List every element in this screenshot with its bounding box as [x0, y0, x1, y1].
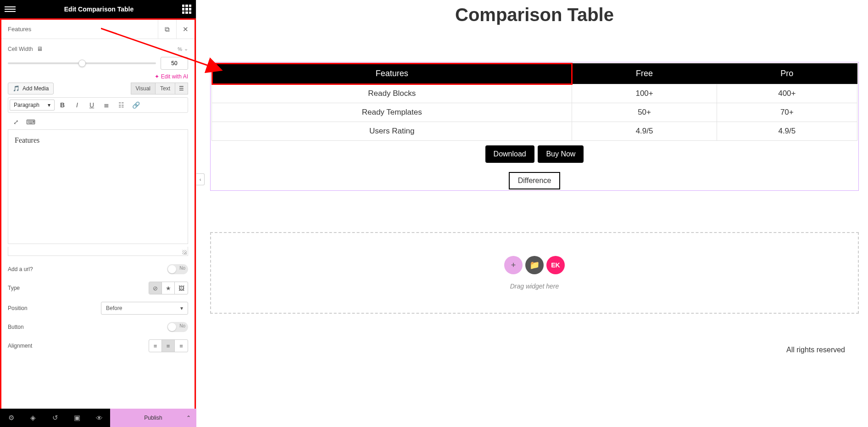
- settings-icon[interactable]: ⚙: [0, 409, 22, 427]
- toggle-knob: [168, 265, 176, 273]
- chevron-down-icon[interactable]: ⌄: [184, 46, 188, 52]
- elementskit-icon[interactable]: EK: [546, 256, 565, 274]
- duplicate-icon[interactable]: ⧉: [158, 20, 176, 39]
- format-toolbar-1: Paragraph ▾ B I U ≣ ☷ 🔗: [8, 97, 188, 113]
- alignment-label: Alignment: [8, 343, 32, 349]
- cell[interactable]: Ready Templates: [212, 103, 572, 122]
- bold-icon[interactable]: B: [56, 99, 69, 111]
- add-url-row: Add a url? No: [8, 261, 188, 278]
- navigator-icon[interactable]: ◈: [22, 409, 44, 427]
- difference-button[interactable]: Difference: [509, 172, 561, 189]
- button-label: Button: [8, 324, 24, 330]
- add-url-label: Add a url?: [8, 266, 33, 272]
- music-icon: 🎵: [13, 85, 20, 92]
- section-header: Features ⧉ ✕: [1, 20, 195, 39]
- toggle-label: No: [179, 266, 185, 271]
- cell-width-slider-row: [8, 57, 188, 70]
- cell[interactable]: 4.9/5: [572, 122, 717, 141]
- button-toggle[interactable]: No: [167, 322, 188, 332]
- widgets-grid-icon[interactable]: [182, 5, 191, 14]
- controls-area: Cell Width 🖥 % ⌄ ✦ Edit with AI: [1, 39, 195, 356]
- section-title[interactable]: Features: [1, 26, 158, 33]
- dropzone-text: Drag widget here: [234, 283, 835, 290]
- action-buttons: Download Buy Now: [211, 144, 857, 164]
- cell[interactable]: 100+: [572, 84, 717, 103]
- footer-text: All rights reserved: [210, 346, 859, 354]
- italic-icon[interactable]: I: [70, 99, 84, 111]
- comparison-table-widget[interactable]: Features Free Pro Ready Blocks 100+ 400+…: [210, 62, 859, 191]
- button-row: Button No: [8, 318, 188, 336]
- dropzone-icons: + 📁 EK: [234, 256, 835, 274]
- header-free[interactable]: Free: [572, 63, 717, 84]
- align-center-icon[interactable]: ≡: [162, 340, 175, 352]
- toggle-label: No: [179, 323, 185, 328]
- page-title: Comparison Table: [210, 5, 859, 25]
- format-toolbar-2: ⤢ ⌨: [8, 115, 188, 129]
- align-left-icon[interactable]: ≡: [149, 340, 162, 352]
- desktop-icon[interactable]: 🖥: [37, 45, 43, 52]
- type-row: Type ⊘ ★ 🖼: [8, 278, 188, 298]
- toggle-knob: [168, 323, 176, 331]
- widget-dropzone[interactable]: + 📁 EK Drag widget here: [210, 232, 859, 314]
- type-star-icon[interactable]: ★: [162, 282, 175, 294]
- tab-text[interactable]: Text: [156, 83, 175, 94]
- slider-thumb[interactable]: [78, 60, 86, 67]
- panel-body-highlight: Features ⧉ ✕ Cell Width 🖥 % ⌄: [0, 18, 196, 427]
- cell[interactable]: Ready Blocks: [212, 84, 572, 103]
- chevron-up-icon: ⌃: [186, 415, 191, 421]
- cell[interactable]: 4.9/5: [717, 122, 857, 141]
- responsive-icon[interactable]: ▣: [66, 409, 88, 427]
- editor-tabs: Visual Text ☰: [131, 83, 188, 94]
- position-value: Before: [106, 305, 122, 311]
- preview-icon[interactable]: 👁: [88, 409, 110, 427]
- table-row: Ready Blocks 100+ 400+: [212, 84, 857, 103]
- chevron-down-icon: ▾: [180, 305, 183, 311]
- add-url-toggle[interactable]: No: [167, 264, 188, 274]
- table-row: Users Rating 4.9/5 4.9/5: [212, 122, 857, 141]
- add-media-label: Add Media: [22, 85, 49, 92]
- type-label: Type: [8, 285, 20, 291]
- cell[interactable]: 70+: [717, 103, 857, 122]
- cell[interactable]: Users Rating: [212, 122, 572, 141]
- edit-with-ai-link[interactable]: ✦ Edit with AI: [8, 73, 188, 80]
- keyboard-icon[interactable]: ⌨: [24, 116, 38, 128]
- difference-row: Difference: [211, 167, 857, 189]
- cell-width-slider[interactable]: [8, 62, 156, 64]
- underline-icon[interactable]: U: [85, 99, 99, 111]
- alignment-row: Alignment ≡ ≡ ≡: [8, 336, 188, 356]
- bottom-bar: ⚙ ◈ ↺ ▣ 👁 Publish ⌃: [0, 409, 196, 427]
- text-editor[interactable]: Features: [8, 129, 188, 244]
- template-library-icon[interactable]: 📁: [525, 256, 544, 274]
- history-icon[interactable]: ↺: [44, 409, 66, 427]
- hamburger-menu-icon[interactable]: [5, 6, 16, 12]
- bullet-list-icon[interactable]: ≣: [100, 99, 113, 111]
- type-none-icon[interactable]: ⊘: [149, 282, 162, 294]
- publish-button[interactable]: Publish ⌃: [110, 409, 196, 427]
- position-select[interactable]: Before ▾: [101, 302, 188, 315]
- add-section-icon[interactable]: +: [504, 256, 523, 274]
- comparison-table: Features Free Pro Ready Blocks 100+ 400+…: [211, 63, 857, 141]
- link-icon[interactable]: 🔗: [129, 99, 143, 111]
- type-image-icon[interactable]: 🖼: [175, 282, 188, 294]
- editor-extra-icon[interactable]: ☰: [175, 83, 188, 94]
- close-icon[interactable]: ✕: [176, 20, 195, 39]
- publish-label: Publish: [144, 415, 162, 421]
- add-media-button[interactable]: 🎵 Add Media: [8, 83, 54, 94]
- tab-visual[interactable]: Visual: [131, 83, 156, 94]
- download-button[interactable]: Download: [485, 145, 534, 163]
- paragraph-select-label: Paragraph: [14, 102, 39, 108]
- type-options: ⊘ ★ 🖼: [149, 282, 188, 294]
- editor-resize-handle[interactable]: [8, 247, 188, 256]
- fullscreen-icon[interactable]: ⤢: [9, 116, 23, 128]
- header-pro[interactable]: Pro: [717, 63, 857, 84]
- header-features[interactable]: Features: [212, 63, 572, 84]
- buy-now-button[interactable]: Buy Now: [538, 145, 584, 163]
- cell[interactable]: 50+: [572, 103, 717, 122]
- unit-label[interactable]: %: [178, 46, 182, 52]
- align-right-icon[interactable]: ≡: [175, 340, 188, 352]
- paragraph-select[interactable]: Paragraph ▾: [10, 100, 55, 111]
- cell[interactable]: 400+: [717, 84, 857, 103]
- position-label: Position: [8, 305, 28, 311]
- cell-width-input[interactable]: [161, 57, 188, 70]
- numbered-list-icon[interactable]: ☷: [114, 99, 128, 111]
